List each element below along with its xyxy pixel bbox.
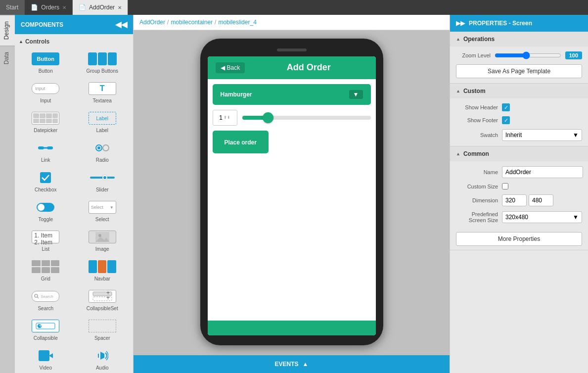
phone-footer	[208, 321, 376, 335]
component-checkbox[interactable]: Checkbox	[19, 168, 73, 194]
properties-header: ▶▶ PROPERTIES - Screen	[450, 15, 588, 32]
component-audio[interactable]: Audio	[76, 346, 130, 373]
components-panel: COMPONENTS ◀◀ Controls Button Button	[15, 15, 134, 373]
custom-size-label: Custom Size	[456, 184, 498, 189]
tab-addorder-label: AddOrder	[89, 4, 115, 11]
video-icon	[31, 348, 60, 364]
predefined-size-label: Predefined Screen Size	[456, 211, 498, 223]
component-image[interactable]: Image	[76, 227, 130, 254]
list-label: List	[42, 246, 49, 252]
checkbox-label: Checkbox	[35, 187, 56, 192]
tab-start[interactable]: Start	[0, 0, 25, 15]
more-properties-button[interactable]: More Properties	[456, 232, 582, 246]
svg-point-10	[35, 294, 38, 297]
components-panel-header: COMPONENTS ◀◀	[15, 15, 133, 34]
side-tab-data[interactable]: Data	[0, 46, 15, 70]
component-datepicker[interactable]: Datepicker	[19, 108, 73, 135]
predefined-size-select[interactable]: 320x480 ▼	[502, 211, 582, 223]
svg-text:+: +	[39, 322, 43, 329]
svg-point-5	[103, 145, 109, 151]
input-label: Input	[40, 98, 51, 103]
phone-place-order-button[interactable]: Place order	[213, 131, 269, 153]
events-bar[interactable]: EVENTS ▲	[134, 355, 450, 373]
phone-title: Add Order	[250, 62, 367, 73]
swatch-select[interactable]: Inherit ▼	[502, 129, 582, 141]
operations-section-title[interactable]: Operations	[450, 32, 588, 47]
side-tab-design[interactable]: Design	[0, 15, 15, 46]
component-navbar[interactable]: Navbar	[76, 257, 130, 283]
tab-addorder[interactable]: 📄 AddOrder ✕	[73, 0, 128, 15]
component-spacer[interactable]: Spacer	[76, 316, 130, 343]
component-video[interactable]: Video	[19, 346, 73, 373]
zoom-row: Zoom Level 100	[456, 51, 582, 59]
component-input[interactable]: Input Input	[19, 79, 73, 105]
component-grid[interactable]: Grid	[19, 257, 73, 283]
select-label: Select	[95, 217, 109, 222]
radio-icon	[88, 140, 117, 156]
component-link[interactable]: Link	[19, 138, 73, 165]
common-section-title[interactable]: Common	[450, 146, 588, 161]
grid-label: Grid	[41, 276, 50, 281]
phone-slider[interactable]	[242, 116, 371, 120]
show-header-checkbox[interactable]	[502, 103, 510, 111]
chevron-up-icon: ▲	[303, 361, 309, 368]
component-radio[interactable]: Radio	[76, 138, 130, 165]
phone-back-button[interactable]: ◀ Back	[216, 62, 245, 73]
breadcrumb-part-0[interactable]: AddOrder	[139, 19, 165, 26]
component-label[interactable]: Label Label	[76, 108, 130, 135]
component-select[interactable]: Select ▼ Select	[76, 197, 130, 224]
show-header-label: Show Header	[456, 104, 498, 110]
top-bar: Start 📄 Orders ✕ 📄 AddOrder ✕	[0, 0, 588, 15]
dimension-width-input[interactable]	[502, 194, 527, 206]
component-collapsible[interactable]: + Collapsible	[19, 316, 73, 343]
show-footer-label: Show Footer	[456, 117, 498, 123]
file-icon: 📄	[31, 4, 38, 11]
navbar-label: Navbar	[94, 276, 110, 281]
custom-size-row: Custom Size	[456, 183, 582, 189]
common-content: Name Custom Size Dimension Predefined Sc…	[450, 161, 588, 228]
props-section-custom: Custom Show Header Show Footer Swatch In…	[450, 84, 588, 146]
component-toggle[interactable]: Toggle	[19, 197, 73, 224]
phone-qty-input[interactable]: 1 ⬆⬇	[213, 110, 237, 126]
svg-rect-2	[43, 147, 48, 149]
svg-line-11	[38, 297, 39, 299]
component-slider[interactable]: Slider	[76, 168, 130, 194]
search-component-icon: Search	[31, 288, 60, 304]
svg-text:+: +	[106, 294, 110, 301]
breadcrumb-part-1[interactable]: mobilecontainer	[171, 19, 213, 26]
show-footer-checkbox[interactable]	[502, 116, 510, 124]
phone-qty-row: 1 ⬆⬇	[213, 110, 371, 126]
component-textarea[interactable]: T Textarea	[76, 79, 130, 105]
save-page-template-button[interactable]: Save As Page Template	[456, 64, 582, 78]
swatch-row: Swatch Inherit ▼	[456, 129, 582, 141]
components-collapse-icon[interactable]: ◀◀	[115, 20, 127, 29]
controls-section-title[interactable]: Controls	[19, 38, 129, 45]
tab-orders[interactable]: 📄 Orders ✕	[25, 0, 73, 15]
component-search[interactable]: Search Search	[19, 286, 73, 313]
zoom-slider[interactable]	[495, 51, 561, 59]
component-collapsibleset[interactable]: + + CollapsibleSet	[76, 286, 130, 313]
custom-section-title[interactable]: Custom	[450, 84, 588, 98]
component-group-buttons[interactable]: Group Buttons	[76, 49, 130, 76]
back-arrow-icon: ◀	[221, 64, 225, 71]
input-icon: Input	[31, 81, 60, 96]
name-input[interactable]	[502, 166, 583, 178]
phone-body: Hamburger ▼ 1 ⬆⬇	[208, 79, 376, 321]
tab-addorder-close-icon[interactable]: ✕	[118, 5, 122, 10]
breadcrumb-part-2[interactable]: mobileslider_4	[218, 19, 256, 26]
datepicker-label: Datepicker	[34, 128, 57, 133]
dimension-height-input[interactable]	[529, 194, 553, 206]
canvas-area: AddOrder / mobilecontainer / mobileslide…	[134, 15, 450, 373]
component-list[interactable]: 1. Item 2. Item List	[19, 227, 73, 254]
phone-dropdown[interactable]: Hamburger ▼	[213, 84, 371, 105]
custom-content: Show Header Show Footer Swatch Inherit ▼	[450, 98, 588, 146]
navbar-icon	[88, 259, 117, 275]
swatch-dropdown-icon: ▼	[573, 132, 579, 139]
component-button[interactable]: Button Button	[19, 49, 73, 76]
tab-orders-close-icon[interactable]: ✕	[62, 5, 66, 10]
link-label: Link	[41, 157, 50, 163]
spacer-label: Spacer	[94, 335, 110, 341]
collapsibleset-label: CollapsibleSet	[87, 306, 118, 311]
image-label: Image	[95, 246, 109, 252]
custom-size-checkbox[interactable]	[502, 183, 508, 189]
